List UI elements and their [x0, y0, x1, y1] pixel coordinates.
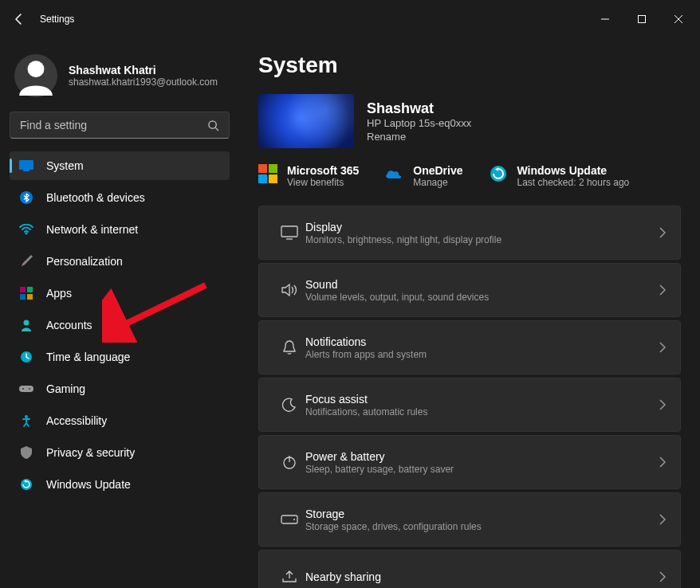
search-input[interactable] — [20, 119, 207, 131]
card-sub: Sleep, battery usage, battery saver — [305, 464, 659, 475]
card-title: Sound — [305, 278, 659, 291]
storage-icon — [273, 515, 305, 524]
nav-item-system[interactable]: System — [10, 151, 230, 180]
chevron-right-icon — [659, 514, 666, 525]
windows-update-icon — [489, 164, 508, 183]
svg-point-2 — [28, 61, 45, 77]
card-sub: Volume levels, output, input, sound devi… — [305, 292, 659, 303]
card-title: Storage — [305, 508, 659, 520]
svg-point-3 — [209, 120, 216, 127]
nav-label: Bluetooth & devices — [46, 191, 145, 204]
service-sub: Last checked: 2 hours ago — [517, 177, 630, 188]
search-box[interactable] — [10, 112, 230, 139]
card-title: Display — [305, 221, 659, 233]
page-title: System — [258, 53, 681, 78]
card-focus[interactable]: Focus assist Notifications, automatic ru… — [258, 378, 681, 432]
chevron-right-icon — [659, 457, 666, 468]
card-sub: Notifications, automatic rules — [305, 406, 659, 417]
service-title: OneDrive — [413, 164, 462, 177]
avatar — [14, 54, 57, 97]
svg-rect-9 — [20, 287, 26, 292]
onedrive-icon — [384, 164, 403, 183]
device-model: HP Laptop 15s-eq0xxx — [367, 117, 471, 129]
user-block[interactable]: Shashwat Khatri shashwat.khatri1993@outl… — [10, 45, 230, 112]
nav-item-accessibility[interactable]: Accessibility — [10, 406, 230, 435]
card-sub: Monitors, brightness, night light, displ… — [305, 234, 659, 245]
clock-icon — [19, 350, 33, 364]
svg-point-17 — [29, 388, 30, 390]
titlebar: Settings — [0, 0, 700, 38]
service-title: Windows Update — [517, 164, 630, 177]
moon-icon — [273, 398, 305, 412]
display-icon — [273, 225, 305, 240]
chevron-right-icon — [659, 342, 666, 353]
person-icon — [19, 318, 33, 332]
svg-point-18 — [25, 415, 28, 418]
card-title: Notifications — [305, 335, 659, 348]
device-wallpaper — [258, 94, 354, 148]
gamepad-icon — [19, 382, 33, 396]
svg-rect-10 — [27, 287, 33, 292]
service-m365[interactable]: Microsoft 365 View benefits — [258, 164, 359, 188]
main-content: System Shashwat HP Laptop 15s-eq0xxx Ren… — [239, 38, 700, 588]
chevron-right-icon — [659, 571, 666, 582]
minimize-button[interactable] — [587, 6, 623, 32]
svg-rect-5 — [19, 160, 33, 170]
svg-rect-21 — [281, 226, 297, 237]
card-title: Power & battery — [305, 450, 659, 463]
svg-point-16 — [22, 388, 24, 390]
nav-label: Apps — [46, 287, 72, 300]
nav-item-time[interactable]: Time & language — [10, 343, 230, 371]
card-notifications[interactable]: Notifications Alerts from apps and syste… — [258, 320, 681, 374]
svg-point-13 — [24, 320, 29, 326]
power-icon — [273, 455, 305, 469]
card-storage[interactable]: Storage Storage space, drives, configura… — [258, 492, 681, 547]
maximize-icon — [638, 15, 646, 23]
service-sub[interactable]: View benefits — [287, 177, 359, 188]
user-email: shashwat.khatri1993@outlook.com — [69, 76, 218, 88]
nav-item-personalization[interactable]: Personalization — [10, 247, 230, 276]
nav-label: Personalization — [46, 255, 123, 268]
microsoft-365-icon — [258, 164, 277, 183]
card-sub: Alerts from apps and system — [305, 349, 659, 360]
back-button[interactable] — [3, 3, 35, 35]
update-icon — [19, 477, 33, 492]
nav-item-privacy[interactable]: Privacy & security — [10, 438, 230, 467]
nav-label: Privacy & security — [46, 446, 135, 459]
svg-rect-11 — [20, 294, 26, 300]
nav-label: System — [46, 159, 84, 172]
svg-rect-15 — [19, 386, 33, 392]
close-icon — [674, 15, 682, 23]
nav-item-update[interactable]: Windows Update — [10, 470, 230, 499]
card-sub: Storage space, drives, configuration rul… — [305, 521, 659, 532]
card-power[interactable]: Power & battery Sleep, battery usage, ba… — [258, 435, 681, 489]
minimize-icon — [601, 15, 609, 23]
wifi-icon — [19, 222, 33, 237]
nav-item-accounts[interactable]: Accounts — [10, 311, 230, 339]
service-onedrive[interactable]: OneDrive Manage — [384, 164, 462, 188]
nav-label: Windows Update — [46, 478, 131, 491]
service-sub[interactable]: Manage — [413, 177, 462, 188]
maximize-button[interactable] — [623, 6, 660, 32]
card-sound[interactable]: Sound Volume levels, output, input, soun… — [258, 263, 681, 317]
nav-item-network[interactable]: Network & internet — [10, 215, 230, 244]
accessibility-icon — [19, 414, 33, 428]
nav-item-gaming[interactable]: Gaming — [10, 374, 230, 403]
nav-label: Time & language — [46, 351, 130, 363]
services-row: Microsoft 365 View benefits OneDrive Man… — [258, 164, 681, 188]
chevron-right-icon — [659, 284, 666, 296]
svg-rect-12 — [27, 294, 33, 300]
nav-label: Gaming — [46, 382, 85, 395]
nav-item-apps[interactable]: Apps — [10, 279, 230, 308]
card-display[interactable]: Display Monitors, brightness, night ligh… — [258, 206, 681, 260]
chevron-right-icon — [659, 227, 666, 238]
brush-icon — [19, 254, 33, 269]
service-update[interactable]: Windows Update Last checked: 2 hours ago — [489, 164, 630, 188]
rename-link[interactable]: Rename — [367, 131, 471, 143]
shield-icon — [19, 445, 33, 460]
card-nearby[interactable]: Nearby sharing — [258, 550, 681, 588]
bluetooth-icon — [19, 190, 33, 205]
close-button[interactable] — [660, 6, 697, 32]
nav-item-bluetooth[interactable]: Bluetooth & devices — [10, 183, 230, 212]
bell-icon — [273, 339, 305, 355]
